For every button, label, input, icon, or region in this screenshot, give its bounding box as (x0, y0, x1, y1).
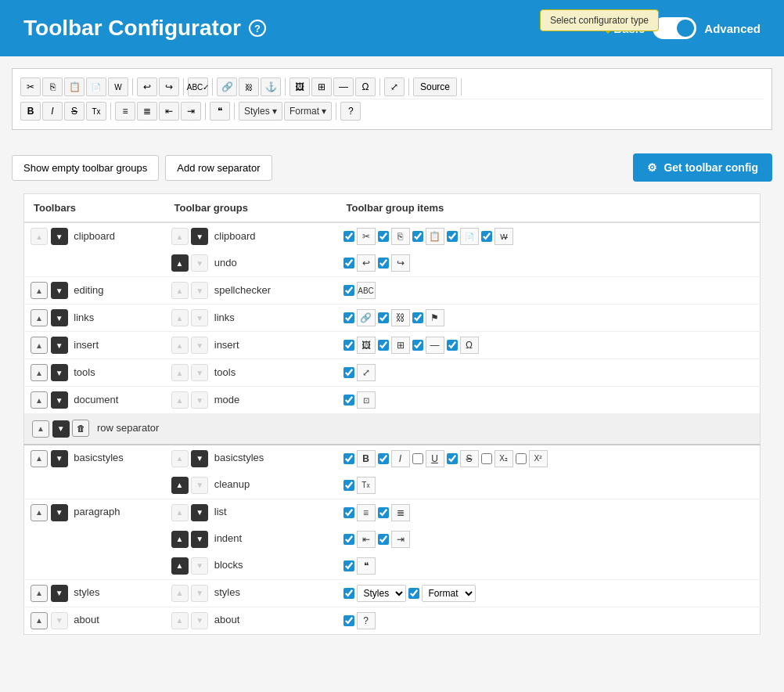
check-quote[interactable] (343, 560, 354, 571)
up-btn-document[interactable]: ▲ (31, 391, 48, 409)
group-up-list[interactable]: ▲ (171, 504, 189, 521)
down-btn-insert[interactable]: ▼ (51, 337, 68, 354)
ol-btn[interactable]: ≡ (115, 102, 135, 121)
check-removeformat[interactable] (343, 480, 354, 491)
check-image[interactable] (343, 340, 354, 351)
check-special[interactable] (447, 340, 458, 351)
check-paste[interactable] (412, 231, 423, 242)
strike-tb-btn[interactable]: S (64, 102, 85, 121)
paste-btn[interactable]: 📋 (64, 77, 85, 96)
link-btn[interactable]: 🔗 (217, 77, 237, 96)
down-btn-clipboard[interactable]: ▼ (51, 228, 68, 245)
group-up-about[interactable]: ▲ (171, 612, 189, 629)
bold-tb-btn[interactable]: B (20, 102, 41, 121)
down-btn-about[interactable]: ▼ (51, 612, 68, 629)
check-spell[interactable] (343, 285, 354, 296)
check-redo[interactable] (378, 258, 389, 269)
up-btn-rowsep[interactable]: ▲ (32, 420, 49, 438)
up-btn-styles[interactable]: ▲ (31, 585, 48, 602)
help-icon[interactable]: ? (249, 20, 266, 37)
add-separator-btn[interactable]: Add row separator (165, 155, 272, 181)
unlink-btn[interactable]: ⛓ (239, 77, 259, 96)
table-btn[interactable]: ⊞ (311, 77, 332, 96)
get-config-btn[interactable]: ⚙ Get toolbar config (633, 153, 772, 182)
group-down-spell[interactable]: ▼ (191, 282, 208, 299)
check-source[interactable] (343, 395, 354, 405)
group-up-basicstyles[interactable]: ▲ (171, 450, 189, 467)
group-up-clipboard[interactable]: ▲ (171, 228, 189, 245)
group-up-cleanup[interactable]: ▲ (171, 477, 189, 494)
special-btn[interactable]: Ω (355, 77, 376, 96)
cut-btn[interactable]: ✂ (20, 77, 41, 96)
check-bold[interactable] (343, 453, 354, 464)
group-up-spell[interactable]: ▲ (171, 282, 189, 299)
italic-tb-btn[interactable]: I (42, 102, 63, 121)
check-underline[interactable] (412, 453, 423, 464)
anchor-btn[interactable]: ⚓ (261, 77, 281, 96)
maximize-btn[interactable]: ⤢ (384, 77, 405, 96)
down-btn-links[interactable]: ▼ (51, 309, 68, 326)
check-unlink[interactable] (378, 312, 389, 323)
outdent-btn[interactable]: ⇤ (159, 102, 179, 121)
source-btn[interactable]: Source (413, 77, 457, 96)
up-btn-paragraph[interactable]: ▲ (31, 504, 48, 521)
spell-btn[interactable]: ABC✓ (188, 77, 208, 96)
up-btn-about[interactable]: ▲ (31, 612, 48, 629)
check-link[interactable] (343, 312, 354, 323)
undo-btn[interactable]: ↩ (137, 77, 157, 96)
show-empty-btn[interactable]: Show empty toolbar groups (12, 155, 159, 181)
down-btn-document[interactable]: ▼ (51, 391, 68, 409)
check-table[interactable] (378, 340, 389, 351)
format-dropdown-tb2[interactable]: Format ▾ (284, 102, 332, 121)
group-down-links[interactable]: ▼ (191, 309, 208, 326)
check-styles[interactable] (343, 588, 354, 599)
up-btn-clipboard[interactable]: ▲ (31, 228, 48, 245)
group-down-blocks[interactable]: ▼ (191, 557, 208, 575)
check-pastetext[interactable] (447, 231, 458, 242)
group-up-indent[interactable]: ▲ (171, 531, 189, 548)
check-outdent[interactable] (343, 534, 354, 545)
styles-select[interactable]: Styles (357, 585, 406, 602)
down-btn-tools[interactable]: ▼ (51, 364, 68, 381)
check-sup[interactable] (516, 453, 527, 464)
group-down-mode[interactable]: ▼ (191, 391, 208, 409)
check-undo[interactable] (343, 258, 354, 269)
group-down-about[interactable]: ▼ (191, 612, 208, 629)
check-maximize[interactable] (343, 367, 354, 378)
group-up-insert[interactable]: ▲ (171, 337, 189, 354)
group-down-cleanup[interactable]: ▼ (191, 477, 208, 494)
group-up-mode[interactable]: ▲ (171, 391, 189, 409)
group-down-undo[interactable]: ▼ (191, 254, 208, 272)
down-btn-paragraph[interactable]: ▼ (51, 504, 68, 521)
indent-btn[interactable]: ⇥ (181, 102, 201, 121)
styles-dropdown-tb[interactable]: Styles ▾ (239, 102, 282, 121)
toggle-switch[interactable] (653, 17, 696, 39)
up-btn-links[interactable]: ▲ (31, 309, 48, 326)
copy-btn[interactable]: ⎘ (42, 77, 63, 96)
down-btn-editing[interactable]: ▼ (51, 282, 68, 299)
up-btn-insert[interactable]: ▲ (31, 337, 48, 354)
group-down-indent[interactable]: ▼ (191, 531, 208, 548)
quote-btn[interactable]: ❝ (210, 102, 230, 121)
paste-text-btn[interactable]: 📄 (86, 77, 106, 96)
redo-btn[interactable]: ↪ (159, 77, 179, 96)
check-strike[interactable] (447, 453, 458, 464)
image-btn[interactable]: 🖼 (290, 77, 310, 96)
check-hline[interactable] (412, 340, 423, 351)
group-down-basicstyles[interactable]: ▼ (191, 450, 208, 467)
group-down-list[interactable]: ▼ (191, 504, 208, 521)
about-btn[interactable]: ? (340, 102, 361, 121)
check-anchor[interactable] (412, 312, 423, 323)
group-up-links[interactable]: ▲ (171, 309, 189, 326)
trash-btn-rowsep[interactable]: 🗑 (72, 420, 89, 437)
group-up-blocks[interactable]: ▲ (171, 557, 189, 575)
down-btn-rowsep[interactable]: ▼ (52, 420, 70, 438)
group-down-styles[interactable]: ▼ (191, 585, 208, 602)
check-indent[interactable] (378, 534, 389, 545)
check-pasteword[interactable] (481, 231, 492, 242)
down-btn-styles[interactable]: ▼ (51, 585, 68, 602)
format-select[interactable]: Format (422, 585, 476, 602)
check-cut[interactable] (343, 231, 354, 242)
group-up-undo[interactable]: ▲ (171, 254, 189, 272)
check-sub[interactable] (481, 453, 492, 464)
